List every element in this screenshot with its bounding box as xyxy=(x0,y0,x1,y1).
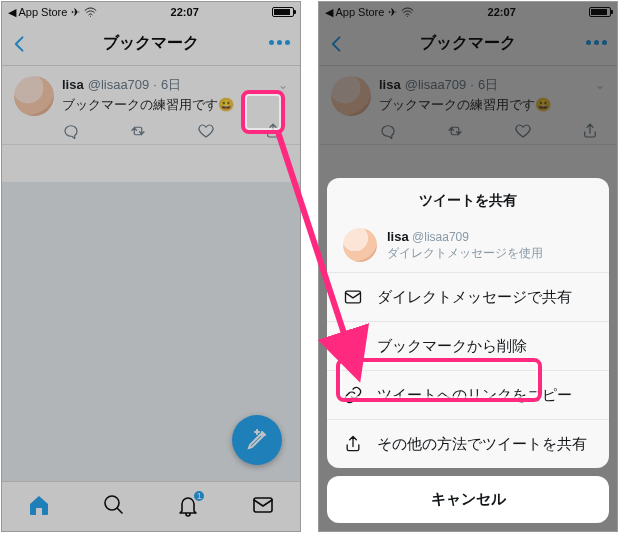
emoji-smile: 😀 xyxy=(218,97,234,112)
like-icon[interactable] xyxy=(514,122,532,140)
back-to-app[interactable]: ◀︎ App Store xyxy=(325,6,384,19)
tab-home[interactable] xyxy=(27,493,51,521)
airplane-icon: ✈︎ xyxy=(71,6,80,19)
more-icon[interactable] xyxy=(586,40,607,45)
more-icon[interactable] xyxy=(269,40,290,45)
page-title: ブックマーク xyxy=(420,33,516,54)
tab-notifications[interactable]: 1 xyxy=(176,493,200,521)
tweet-username: lisa xyxy=(379,77,401,92)
wifi-icon xyxy=(84,7,97,17)
svg-rect-2 xyxy=(346,291,361,303)
tweet-handle: @lisaa709 xyxy=(88,77,150,92)
share-sheet: ツイートを共有 lisa @lisaa709 ダイレクトメッセージを使用 ダイレ… xyxy=(327,178,609,523)
link-icon xyxy=(343,385,363,405)
battery-icon xyxy=(272,7,294,17)
share-sheet-user[interactable]: lisa @lisaa709 ダイレクトメッセージを使用 xyxy=(327,220,609,272)
avatar xyxy=(331,76,371,116)
share-icon[interactable] xyxy=(264,122,282,140)
avatar xyxy=(343,228,377,262)
share-icon[interactable] xyxy=(581,122,599,140)
tweet-age: 6日 xyxy=(478,76,498,94)
tweet-cell[interactable]: lisa @lisaa709 · 6日 ⌄ ブックマークの練習用です😀 xyxy=(2,66,300,145)
share-sheet-panel: ツイートを共有 lisa @lisaa709 ダイレクトメッセージを使用 ダイレ… xyxy=(327,178,609,468)
bookmark-icon xyxy=(343,336,363,356)
reply-icon[interactable] xyxy=(62,122,80,140)
phone-right: ◀︎ App Store ✈︎ 22:07 ブックマーク lisa @lisaa… xyxy=(318,1,618,532)
status-time: 22:07 xyxy=(488,6,516,18)
share-dm[interactable]: ダイレクトメッセージで共有 xyxy=(327,272,609,321)
retweet-icon[interactable] xyxy=(129,122,147,140)
share-sheet-user-handle: @lisaa709 xyxy=(412,230,469,244)
compose-button[interactable] xyxy=(232,415,282,465)
status-time: 22:07 xyxy=(171,6,199,18)
remove-bookmark[interactable]: ブックマークから削除 xyxy=(327,321,609,370)
avatar xyxy=(14,76,54,116)
mail-icon xyxy=(343,287,363,307)
copy-link[interactable]: ツイートへのリンクをコピー xyxy=(327,370,609,419)
status-bar: ◀︎ App Store ✈︎ 22:07 xyxy=(2,2,300,22)
tweet-age: 6日 xyxy=(161,76,181,94)
nav-bar: ブックマーク xyxy=(2,22,300,66)
reply-icon[interactable] xyxy=(379,122,397,140)
page-title: ブックマーク xyxy=(103,33,199,54)
tweet-text: ブックマークの練習用です😀 xyxy=(62,96,288,114)
share-sheet-user-name: lisa xyxy=(387,229,409,244)
battery-icon xyxy=(589,7,611,17)
share-up-icon xyxy=(343,434,363,454)
share-other[interactable]: その他の方法でツイートを共有 xyxy=(327,419,609,468)
tweet-header: lisa @lisaa709 · 6日 ⌄ xyxy=(62,76,288,94)
nav-bar: ブックマーク xyxy=(319,22,617,66)
tab-bar: 1 xyxy=(2,481,300,531)
back-to-app[interactable]: ◀︎ App Store xyxy=(8,6,67,19)
tweet-username: lisa xyxy=(62,77,84,92)
tweet-header: lisa @lisaa709 · 6日 ⌄ xyxy=(379,76,605,94)
tweet-actions xyxy=(379,122,605,140)
share-sheet-user-sub: ダイレクトメッセージを使用 xyxy=(387,246,543,262)
like-icon[interactable] xyxy=(197,122,215,140)
back-icon[interactable] xyxy=(10,32,30,56)
retweet-icon[interactable] xyxy=(446,122,464,140)
tab-messages[interactable] xyxy=(251,493,275,521)
status-bar: ◀︎ App Store ✈︎ 22:07 xyxy=(319,2,617,22)
back-icon[interactable] xyxy=(327,32,347,56)
svg-rect-1 xyxy=(254,498,272,512)
phone-left: ◀︎ App Store ✈︎ 22:07 ブックマーク lisa @lisaa… xyxy=(1,1,301,532)
tweet-cell[interactable]: lisa @lisaa709 · 6日 ⌄ ブックマークの練習用です😀 xyxy=(319,66,617,145)
share-sheet-title: ツイートを共有 xyxy=(327,178,609,220)
notif-badge: 1 xyxy=(192,489,206,503)
wifi-icon xyxy=(401,7,414,17)
tweet-handle: @lisaa709 xyxy=(405,77,467,92)
chevron-down-icon[interactable]: ⌄ xyxy=(278,78,288,92)
tweet-text: ブックマークの練習用です😀 xyxy=(379,96,605,114)
emoji-smile: 😀 xyxy=(535,97,551,112)
tweet-actions xyxy=(62,122,288,140)
cancel-button[interactable]: キャンセル xyxy=(327,476,609,523)
chevron-down-icon[interactable]: ⌄ xyxy=(595,78,605,92)
tab-search[interactable] xyxy=(102,493,126,521)
airplane-icon: ✈︎ xyxy=(388,6,397,19)
